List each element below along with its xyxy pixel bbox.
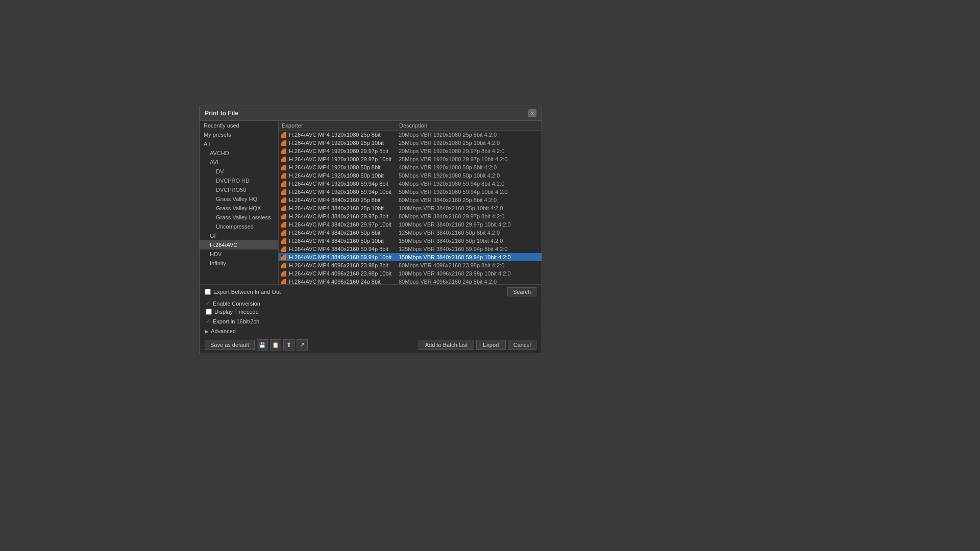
table-row[interactable]: H.264/AVC MP4 3840x2160 59.94p 8bit125Mb… — [279, 245, 542, 253]
row-description: 80Mbps VBR 3840x2160 29.97p 8bit 4:2:0 — [399, 213, 542, 219]
footer-right: Add to Batch List Export Cancel — [419, 340, 536, 350]
preset-icon — [280, 180, 287, 187]
close-button[interactable]: × — [528, 109, 536, 117]
table-row[interactable]: H.264/AVC MP4 3840x2160 25p 10bit100Mbps… — [279, 204, 542, 212]
advanced-arrow-icon: ▶ — [205, 329, 209, 334]
enable-conversion-label: Enable Conversion — [213, 300, 260, 307]
nav-item-gf[interactable]: GF — [200, 231, 278, 240]
nav-item-dvcpro50[interactable]: DVCPRO50 — [200, 185, 278, 194]
row-description: 80Mbps VBR 3840x2160 25p 8bit 4:2:0 — [399, 197, 542, 203]
export-between-checkbox[interactable]: Export Between In and Out — [205, 289, 281, 295]
export-between-input[interactable] — [205, 289, 211, 295]
row-exporter-name: H.264/AVC MP4 3840x2160 50p 8bit — [289, 230, 399, 236]
display-timecode-input[interactable] — [206, 309, 212, 315]
table-row[interactable]: H.264/AVC MP4 980x551 29.97p 10bit25Mb… — [279, 155, 542, 163]
share-icon-button[interactable]: ↗ — [297, 339, 308, 350]
table-row[interactable]: H.264/AVC MP4 980x551 50p 8bit40Mbps V… — [279, 163, 542, 171]
table-row[interactable]: H.264/AVC MP4 4096x2160 23.98p 8bit80Mbp… — [279, 261, 542, 269]
nav-item-avi[interactable]: AVI — [200, 158, 278, 167]
print-to-file-dialog: Print to File × Recently usedMy presetsA… — [199, 106, 542, 354]
row-description: 25Mbps VBR 980x551 29.97p 10bit 4:2:0 — [399, 156, 542, 162]
table-row[interactable]: H.264/AVC MP4 980x551 29.97p 8bit20Mbp… — [279, 147, 542, 155]
export-16bit-checkbox[interactable]: ✓ Export in 16bit/2ch — [206, 318, 259, 324]
row-exporter-name: H.264/AVC MP4 4096x2160 23.98p 8bit — [289, 262, 399, 268]
nav-item-all[interactable]: All — [200, 139, 278, 148]
advanced-label: Advanced — [211, 328, 236, 334]
preset-icon — [280, 270, 287, 277]
preset-icon — [280, 196, 287, 204]
add-batch-button[interactable]: Add to Batch List — [419, 340, 474, 350]
nav-item-h264-avc[interactable]: H.264/AVC — [200, 240, 278, 249]
copy-icon: 📋 — [272, 342, 279, 348]
table-row[interactable]: H.264/AVC MP4 980x551 25p 8bit20Mbps V… — [279, 131, 542, 139]
right-panel: Exporter Description H.264/AVC MP4 1920x… — [279, 121, 542, 284]
save-icon: 💾 — [259, 342, 266, 348]
table-row[interactable]: H.264/AVC MP4 980x551 59.94p 8bit40Mbp… — [279, 180, 542, 188]
search-button[interactable]: Search — [507, 287, 536, 296]
dialog-titlebar: Print to File × — [200, 106, 542, 121]
row-exporter-name: H.264/AVC MP4 3840x2160 29.97p 8bit — [289, 213, 399, 219]
row-exporter-name: H.264/AVC MP4 4096x2160 24p 8bit — [289, 279, 399, 284]
table-row[interactable]: H.264/AVC MP4 3840x2160 29.97p 8bit80Mbp… — [279, 212, 542, 220]
table-row[interactable]: H.264/AVC MP4 980x551 50p 10bit50Mbps … — [279, 171, 542, 180]
options-row: Export Between In and Out Search — [200, 284, 542, 299]
display-timecode-checkbox[interactable]: Display Timecode — [206, 309, 259, 315]
dialog-footer: Save as default 💾 📋 ⬆ ↗ Add to Batch Lis… — [200, 336, 542, 354]
export-between-label: Export Between In and Out — [213, 289, 281, 295]
nav-item-grass-valley-hq[interactable]: Grass Valley HQ — [200, 194, 278, 204]
table-row[interactable]: H.264/AVC MP4 3840x2160 50p 10bit150Mbps… — [279, 237, 542, 245]
row-description: 50Mbps VBR 980x551 59.94p 10bit 4:2:0 — [399, 189, 542, 195]
nav-item-dv[interactable]: DV — [200, 167, 278, 176]
row-exporter-name: H.264/AVC MP4 980x551 59.94p 10bit — [289, 189, 399, 195]
table-row[interactable]: H.264/AVC MP4 4096x2160 23.98p 10bit100M… — [279, 269, 542, 278]
col-header-description: Description — [396, 122, 542, 129]
save-icon-button[interactable]: 💾 — [257, 339, 268, 350]
copy-icon-button[interactable]: 📋 — [270, 339, 281, 350]
display-timecode-label: Display Timecode — [214, 309, 259, 315]
row-description: 80Mbps VBR 4096x2160 23.98p 8bit 4:2:0 — [399, 262, 542, 268]
export-button[interactable]: Export — [476, 340, 506, 350]
export-16bit-label: Export in 16bit/2ch — [213, 318, 259, 324]
table-row[interactable]: H.264/AVC MP4 980x551 59.94p 10bit50Mb… — [279, 188, 542, 196]
nav-item-grass-valley-hqx[interactable]: Grass Valley HQX — [200, 204, 278, 213]
upload-icon-button[interactable]: ⬆ — [283, 339, 295, 350]
preset-icon — [280, 147, 287, 155]
preset-icon — [280, 278, 287, 284]
dialog-body: Recently usedMy presetsAllAVCHDAVIDVDVCP… — [200, 121, 542, 354]
nav-item-recently-used[interactable]: Recently used — [200, 121, 278, 130]
row-description: 100Mbps VBR 3840x2160 29.97p 10bit 4:2:0 — [399, 221, 542, 228]
nav-item-my-presets[interactable]: My presets — [200, 130, 278, 139]
row-description: 20Mbps VBR 980x551 29.97p 8bit 4:2:0 — [399, 148, 542, 154]
preset-icon — [280, 213, 287, 220]
col-header-exporter: Exporter — [279, 122, 396, 129]
nav-item-dvcpro-hd[interactable]: DVCPRO HD — [200, 176, 278, 185]
table-row[interactable]: H.264/AVC MP4 3840x2160 50p 8bit125Mbps … — [279, 229, 542, 237]
row-description: 25Mbps VBR 980x551 25p 10bit 4:2:0 — [399, 140, 542, 146]
nav-item-uncompressed[interactable]: Uncompressed — [200, 222, 278, 231]
row-description: 100Mbps VBR 3840x2160 25p 10bit 4:2:0 — [399, 205, 542, 211]
table-row[interactable]: H.264/AVC MP4 980x551 25p 10bit25Mbps … — [279, 139, 542, 147]
cancel-button[interactable]: Cancel — [508, 340, 536, 350]
left-panel: Recently usedMy presetsAllAVCHDAVIDVDVCP… — [200, 121, 279, 284]
row-description: 125Mbps VBR 3840x2160 59.94p 8bit 4:2:0 — [399, 246, 542, 252]
table-row[interactable]: H.264/AVC MP4 3840x2160 59.94p 10bit150M… — [279, 253, 542, 261]
row-exporter-name: H.264/AVC MP4 3840x2160 25p 8bit — [289, 197, 399, 203]
nav-item-infinity[interactable]: Infinity — [200, 259, 278, 268]
nav-item-hdv[interactable]: HDV — [200, 249, 278, 259]
table-row[interactable]: H.264/AVC MP4 3840x2160 25p 8bit80Mbps V… — [279, 196, 542, 204]
main-content: Recently usedMy presetsAllAVCHDAVIDVDVCP… — [200, 121, 542, 284]
row-exporter-name: H.264/AVC MP4 3840x2160 59.94p 8bit — [289, 246, 399, 252]
preset-icon — [280, 139, 287, 146]
share-icon: ↗ — [300, 341, 305, 348]
left-nav-scroll[interactable]: Recently usedMy presetsAllAVCHDAVIDVDVCP… — [200, 121, 278, 284]
row-exporter-name: H.264/AVC MP4 980x551 50p 8bit — [289, 164, 399, 170]
row-exporter-name: H.264/AVC MP4 980x551 50p 10bit — [289, 172, 399, 179]
nav-item-grass-valley-lossless[interactable]: Grass Valley Lossless — [200, 213, 278, 222]
preset-icon — [280, 205, 287, 212]
nav-item-avchd[interactable]: AVCHD — [200, 148, 278, 158]
table-body[interactable]: H.264/AVC MP4 980x551 25p 8bit20Mbps V… — [279, 131, 542, 284]
table-row[interactable]: H.264/AVC MP4 4096x2160 24p 8bit80Mbps V… — [279, 278, 542, 284]
table-row[interactable]: H.264/AVC MP4 3840x2160 29.97p 10bit100M… — [279, 220, 542, 229]
advanced-row[interactable]: ▶ Advanced — [200, 327, 542, 336]
save-default-button[interactable]: Save as default — [205, 340, 255, 350]
